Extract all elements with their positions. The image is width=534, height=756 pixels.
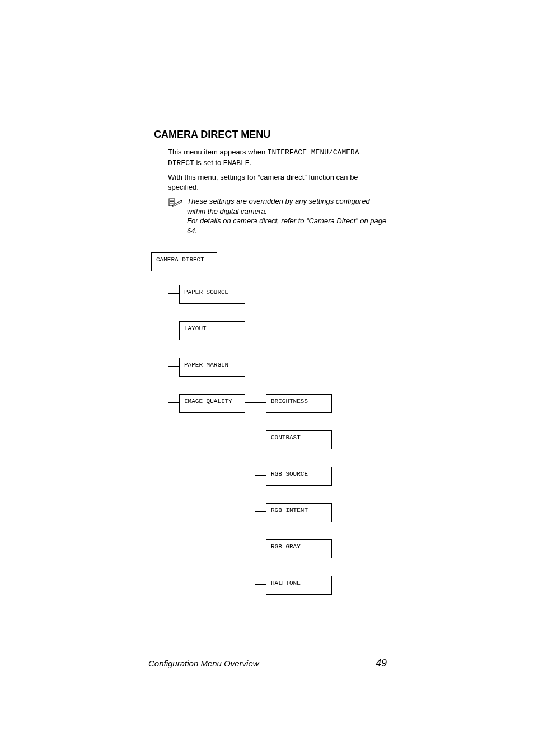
tree-line [255, 475, 266, 476]
tree-line [168, 402, 179, 403]
tree-root: CAMERA DIRECT [151, 252, 217, 271]
page-footer: Configuration Menu Overview 49 [148, 655, 387, 669]
intro-line2: With this menu, settings for “camera dir… [168, 172, 388, 192]
tree-gc-rgb-source: RGB SOURCE [266, 467, 332, 486]
intro-part2: is set to [194, 158, 223, 167]
footer-rule [148, 655, 387, 655]
tree-child-paper-margin: PAPER MARGIN [179, 358, 245, 377]
tree-child-paper-source: PAPER SOURCE [179, 285, 245, 304]
tree-line [168, 366, 179, 367]
tree-line [168, 271, 168, 403]
note-text: These settings are overridden by any set… [187, 196, 388, 236]
tree-line [255, 439, 266, 439]
tree-line [255, 511, 266, 512]
tree-child-layout: LAYOUT [179, 321, 245, 340]
tree-line [168, 293, 179, 294]
tree-gc-rgb-intent: RGB INTENT [266, 503, 332, 522]
tree-line [255, 402, 255, 584]
tree-gc-rgb-gray: RGB GRAY [266, 539, 332, 558]
footer-title: Configuration Menu Overview [148, 659, 259, 668]
intro-code2: ENABLE [223, 159, 250, 167]
note-block: These settings are overridden by any set… [168, 196, 388, 236]
note-line2: For details on camera direct, refer to “… [187, 216, 388, 236]
note-line1: These settings are overridden by any set… [187, 197, 370, 215]
intro-paragraph: This menu item appears when INTERFACE ME… [168, 147, 388, 168]
menu-tree: CAMERA DIRECT PAPER SOURCE LAYOUT PAPER … [151, 252, 388, 599]
note-icon [168, 198, 184, 212]
tree-child-image-quality: IMAGE QUALITY [179, 394, 245, 413]
tree-line [168, 330, 179, 330]
tree-line [255, 548, 266, 548]
tree-line [255, 584, 266, 585]
intro-part3: . [250, 158, 252, 167]
tree-gc-brightness: BRIGHTNESS [266, 394, 332, 413]
tree-line [245, 402, 255, 403]
intro-part1: This menu item appears when [168, 148, 268, 156]
tree-gc-contrast: CONTRAST [266, 430, 332, 449]
tree-line [255, 402, 266, 403]
tree-gc-halftone: HALFTONE [266, 576, 332, 595]
section-heading: CAMERA DIRECT MENU [154, 129, 388, 140]
page-number: 49 [376, 658, 387, 669]
